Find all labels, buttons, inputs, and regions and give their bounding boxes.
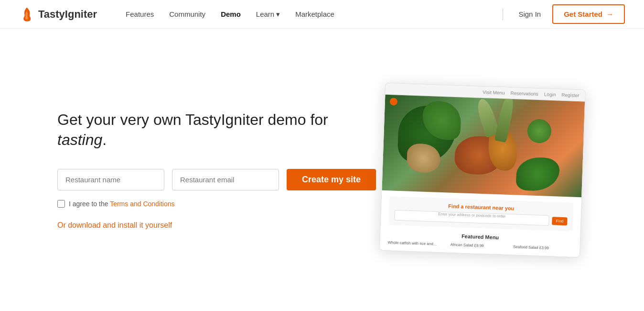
nav-features[interactable]: Features [126, 10, 154, 18]
food-element [527, 119, 552, 144]
brand-name: TastyIgniter [38, 8, 97, 21]
preview-search-button: Find [552, 216, 568, 225]
restaurant-name-input[interactable] [57, 169, 164, 190]
header: TastyIgniter Features Community Demo Lea… [0, 0, 644, 29]
restaurant-email-input[interactable] [172, 169, 279, 190]
nav-demo[interactable]: Demo [221, 10, 241, 18]
terms-checkbox[interactable] [57, 200, 65, 208]
preview-menu-item-1: African Salad £9.99 [451, 242, 510, 248]
main-nav: Features Community Demo Learn ▾ Marketpl… [126, 10, 499, 19]
hero-section: Get your very own TastyIgniter demo for … [57, 110, 344, 230]
preview-nav-visit: Visit Menu [483, 89, 505, 95]
preview-search-input: Enter your address or postcode to order [394, 210, 549, 225]
preview-flame-icon [390, 98, 398, 106]
preview-search-section: Find a restaurant near you Enter your ad… [388, 196, 574, 231]
preview-section: Visit Menu Reservations Login Register [382, 86, 583, 254]
get-started-button[interactable]: Get Started → [552, 4, 625, 24]
nav-learn[interactable]: Learn ▾ [256, 10, 280, 19]
preview-menu-item-0: Whole catfish with rice and... [387, 240, 447, 246]
preview-content: Find a restaurant near you Enter your ad… [380, 190, 581, 257]
food-herb2 [494, 94, 516, 142]
flame-icon [19, 7, 34, 22]
nav-divider [503, 9, 503, 20]
agree-label: I agree to the Terms and Conditions [69, 200, 175, 208]
download-link[interactable]: Or download and install it yourself [57, 221, 172, 229]
preview-logo [390, 98, 398, 106]
nav-community[interactable]: Community [169, 10, 205, 18]
preview-food-image [382, 94, 585, 197]
nav-marketplace[interactable]: Marketplace [295, 10, 334, 18]
main-content: Get your very own TastyIgniter demo for … [0, 29, 644, 311]
form-row: Create my site [57, 169, 344, 190]
hero-heading: Get your very own TastyIgniter demo for … [57, 110, 344, 150]
sign-in-link[interactable]: Sign In [518, 10, 541, 18]
preview-card: Visit Menu Reservations Login Register [379, 82, 586, 257]
preview-nav-login: Login [544, 91, 556, 97]
create-site-button[interactable]: Create my site [287, 169, 376, 190]
arrow-icon: → [606, 10, 613, 18]
preview-menu-item-2: Seafood Salad £3.99 [513, 244, 572, 251]
food-element [516, 156, 560, 191]
header-actions: Sign In Get Started → [499, 4, 625, 24]
terms-link[interactable]: Terms and Conditions [110, 200, 174, 208]
terms-row: I agree to the Terms and Conditions [57, 200, 344, 208]
chevron-down-icon: ▾ [276, 10, 280, 19]
preview-nav-reservations: Reservations [510, 90, 538, 96]
logo[interactable]: TastyIgniter [19, 7, 97, 22]
preview-nav-register: Register [561, 92, 580, 98]
